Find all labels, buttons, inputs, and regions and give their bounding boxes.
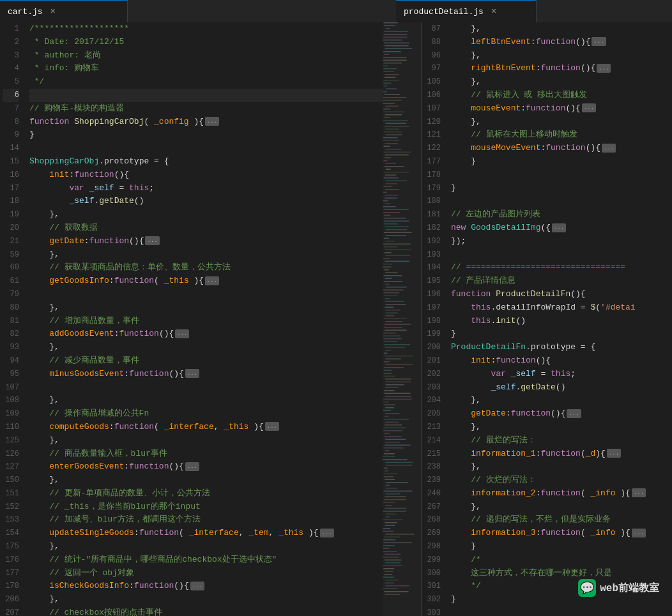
rln-203: 203 (424, 381, 441, 394)
right-code-content: }, leftBtnEvent:function(){... }, rightB… (446, 22, 672, 616)
rln-202: 202 (424, 368, 441, 381)
right-editor-panel: 87 88 96 97 105 106 107 120 121 122 177 … (422, 22, 672, 616)
code-line: minusGoodsEvent:function(){... (29, 368, 383, 381)
rln-97: 97 (424, 62, 441, 75)
rln-214: 214 (424, 434, 441, 447)
code-line: updateSingleGoods:function( _interface, … (29, 527, 383, 540)
code-line: // 获取某项商品的信息：单价、数量，公共方法 (29, 261, 383, 274)
rln-199: 199 (424, 327, 441, 341)
code-line: }, (29, 341, 383, 354)
r-code-line: // ================================ (451, 261, 672, 274)
code-line: // 操作商品增减的公共Fn (29, 407, 383, 421)
rln-238: 238 (424, 460, 441, 474)
code-line: computeGoods:function( _interface, _this… (29, 421, 383, 434)
code-line: /******************* (29, 22, 383, 36)
right-line-numbers: 87 88 96 97 105 106 107 120 121 122 177 … (422, 22, 446, 616)
rln-197: 197 (424, 301, 441, 315)
rln-181: 181 (424, 208, 441, 222)
code-line: init:function(){ (29, 169, 383, 182)
code-line: // _this，是你当前blur的那个input (29, 500, 383, 514)
rln-193: 193 (424, 248, 441, 262)
r-code-line: init:function(){ (451, 354, 672, 368)
code-line: }, (29, 474, 383, 487)
rln-178: 178 (424, 169, 441, 182)
watermark-icon: 💬 (578, 579, 596, 597)
rln-177: 177 (424, 155, 441, 169)
r-code-line: } (451, 327, 672, 341)
r-code-line: _self.getDate() (451, 381, 672, 394)
ln-82: 82 (3, 327, 19, 341)
rln-122: 122 (424, 142, 441, 155)
rln-196: 196 (424, 288, 441, 301)
rln-215: 215 (424, 447, 441, 461)
code-line: // 加减号、blur方法，都调用这个方法 (29, 513, 383, 527)
ln-17: 17 (3, 182, 19, 195)
rln-198: 198 (424, 315, 441, 328)
ln-125: 125 (3, 434, 19, 447)
left-line-numbers: 1 2 3 4 5 6 7 8 9 14 15 16 17 18 (0, 22, 24, 616)
tab-cart-js-label: cart.js (8, 7, 43, 17)
r-code-line: } (451, 540, 672, 553)
code-line: }, (29, 208, 383, 222)
ln-18: 18 (3, 195, 19, 208)
tab-cart-js[interactable]: cart.js × (0, 0, 128, 22)
left-editor-panel: 1 2 3 4 5 6 7 8 9 14 15 16 17 18 (0, 22, 422, 616)
ln-60: 60 (3, 261, 19, 274)
ln-3: 3 (3, 49, 19, 63)
rln-192: 192 (424, 235, 441, 248)
code-line: // 更新-单项商品的数量、小计，公共方法 (29, 487, 383, 500)
r-code-line: }, (451, 22, 672, 36)
rln-239: 239 (424, 474, 441, 487)
code-line: // 返回一个 obj对象 (29, 567, 383, 580)
ln-206: 206 (3, 593, 19, 606)
ln-5: 5 (3, 75, 19, 89)
code-line: } (29, 128, 383, 142)
r-code-line: }, (451, 75, 672, 89)
tab-product-detail-js-label: productDetail.js (404, 7, 484, 17)
rln-180: 180 (424, 195, 441, 208)
rln-201: 201 (424, 354, 441, 368)
code-line: // checkbox按钮的点击事件 (29, 606, 383, 616)
wechat-icon: 💬 (580, 581, 594, 595)
r-code-line: }, (451, 500, 672, 514)
ln-109: 109 (3, 407, 19, 421)
rln-105: 105 (424, 75, 441, 89)
ln-16: 16 (3, 169, 19, 182)
r-code-line: // 次烂的写法： (451, 474, 672, 487)
r-code-line: // 鼠标进入 或 移出大图触发 (451, 89, 672, 102)
rln-107: 107 (424, 102, 441, 116)
ln-93: 93 (3, 341, 19, 354)
r-code-line: }, (451, 460, 672, 474)
ln-178: 178 (3, 580, 19, 593)
ln-79: 79 (3, 288, 19, 301)
code-line: // 减少商品数量，事件 (29, 354, 383, 368)
tab-product-detail-js-close[interactable]: × (489, 6, 499, 17)
r-code-line: // 左边的产品图片列表 (451, 208, 672, 222)
code-line (29, 142, 383, 155)
rln-204: 204 (424, 394, 441, 407)
ln-61: 61 (3, 274, 19, 288)
left-code-area[interactable]: 1 2 3 4 5 6 7 8 9 14 15 16 17 18 (0, 22, 421, 616)
tab-product-detail-js[interactable]: productDetail.js × (396, 0, 537, 22)
ln-94: 94 (3, 354, 19, 368)
ln-207: 207 (3, 606, 19, 616)
ln-21: 21 (3, 235, 19, 248)
rln-120: 120 (424, 116, 441, 129)
rln-182: 182 (424, 222, 441, 235)
r-code-line: // 递归的写法，不烂，但是实际业务 (451, 513, 672, 527)
rln-121: 121 (424, 128, 441, 142)
code-line: }, (29, 248, 383, 262)
tab-cart-js-close[interactable]: × (48, 6, 58, 17)
ln-15: 15 (3, 155, 19, 169)
ln-107: 107 (3, 381, 19, 394)
code-line: // 购物车-模块的构造器 (29, 102, 383, 116)
ln-127: 127 (3, 460, 19, 474)
code-line: */ (29, 75, 383, 89)
r-code-line: } (451, 155, 672, 169)
ln-8: 8 (3, 116, 19, 129)
ln-81: 81 (3, 315, 19, 328)
rln-302: 302 (424, 593, 441, 606)
ln-177: 177 (3, 567, 19, 580)
r-code-line: information_3:function( _info ){... (451, 527, 672, 540)
right-code-area[interactable]: 87 88 96 97 105 106 107 120 121 122 177 … (422, 22, 672, 616)
